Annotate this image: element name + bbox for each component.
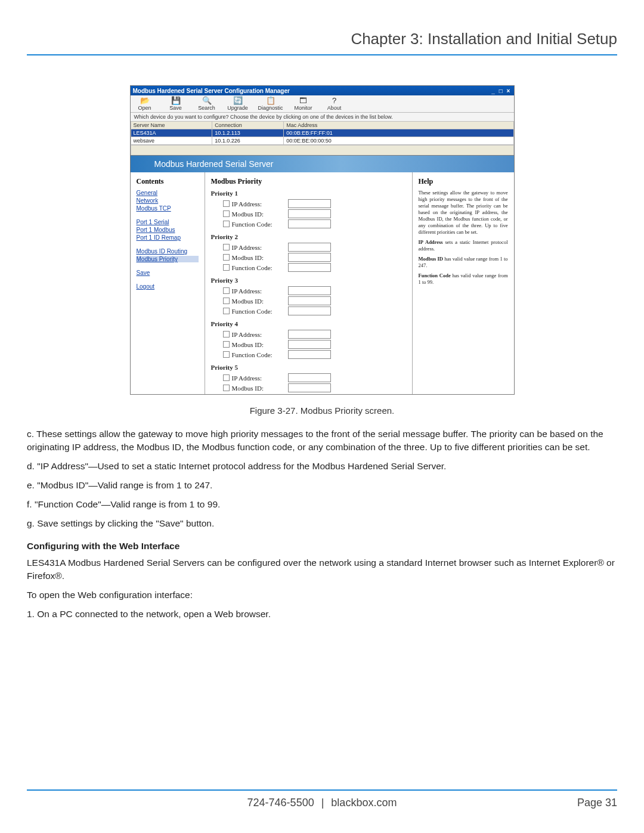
sidebar-item-modbus-priority[interactable]: Modbus Priority	[137, 256, 199, 262]
figure-caption: Figure 3-27. Modbus Priority screen.	[27, 405, 617, 416]
minimize-icon[interactable]: _	[490, 88, 496, 94]
text-input[interactable]	[288, 243, 331, 252]
checkbox[interactable]	[223, 385, 230, 391]
contents-panel: Contents GeneralNetworkModbus TCPPort 1 …	[131, 172, 205, 394]
cell-mac: 00:0E:BE:00:00:50	[284, 137, 513, 145]
sidebar-item-modbus-id-routing[interactable]: Modbus ID Routing	[137, 248, 199, 255]
field-row: IP Address:	[223, 330, 406, 339]
priority-label: Priority 1	[211, 190, 406, 197]
toolbar-about[interactable]: ?About	[324, 97, 345, 111]
toolbar-diagnostic[interactable]: 📋Diagnostic	[258, 97, 283, 111]
checkbox[interactable]	[223, 221, 230, 227]
checkbox[interactable]	[223, 394, 230, 395]
toolbar-search[interactable]: 🔍Search	[196, 97, 218, 111]
device-table: Server NameConnectionMac Address LES431A…	[131, 121, 514, 145]
text-input[interactable]	[288, 373, 331, 382]
field-row: Modbus ID:	[223, 209, 406, 218]
checkbox[interactable]	[223, 298, 230, 304]
sidebar-item-save[interactable]: Save	[137, 270, 199, 276]
field-label: Function Code:	[232, 221, 286, 228]
text-input[interactable]	[288, 383, 331, 392]
field-row: Function Code:	[223, 263, 406, 272]
checkbox[interactable]	[223, 374, 230, 381]
checkbox[interactable]	[223, 351, 230, 358]
embedded-banner: Modbus Hardened Serial Server	[131, 156, 514, 172]
open-icon: 📂	[140, 97, 150, 105]
sidebar-item-modbus-tcp[interactable]: Modbus TCP	[137, 205, 199, 212]
help-paragraph: IP Address sets a static Internet protoc…	[419, 239, 508, 252]
text-input[interactable]	[288, 199, 331, 208]
text-input[interactable]	[288, 253, 331, 262]
maximize-icon[interactable]: □	[498, 88, 504, 94]
text-input[interactable]	[288, 340, 331, 349]
table-row[interactable]: LES431A10.1.2.11300:0B:EB:FF:FF:01	[131, 129, 513, 137]
col-header: Mac Address	[284, 122, 513, 129]
sidebar-item-port-1-id-remap[interactable]: Port 1 ID Remap	[137, 234, 199, 241]
para-d: d. "IP Address"—Used to set a static Int…	[27, 460, 617, 473]
checkbox[interactable]	[223, 200, 230, 207]
priority-label: Priority 5	[211, 364, 406, 371]
save-icon: 💾	[171, 97, 181, 105]
checkbox[interactable]	[223, 287, 230, 294]
field-row: Modbus ID:	[223, 340, 406, 349]
sidebar-item-port-1-serial[interactable]: Port 1 Serial	[137, 219, 199, 225]
field-label: IP Address:	[232, 331, 286, 338]
chapter-title: Chapter 3: Installation and Initial Setu…	[27, 30, 617, 55]
para-c: c. These settings allow the gateway to m…	[27, 428, 617, 454]
subheading: Configuring with the Web Interface	[27, 541, 617, 552]
field-row: Modbus ID:	[223, 253, 406, 262]
diagnostic-icon: 📋	[266, 97, 275, 105]
cell-name: websave	[131, 137, 212, 145]
field-label: Function Code:	[232, 264, 286, 271]
contents-heading: Contents	[137, 177, 199, 186]
checkbox[interactable]	[223, 244, 230, 250]
field-row: IP Address:	[223, 286, 406, 295]
help-paragraph: These settings allow the gateway to move…	[419, 190, 508, 236]
field-label: IP Address:	[232, 200, 286, 208]
text-input[interactable]	[288, 209, 331, 218]
toolbar-label: Open	[138, 105, 151, 111]
checkbox[interactable]	[223, 308, 230, 314]
checkbox[interactable]	[223, 210, 230, 217]
text-input[interactable]	[288, 296, 331, 305]
toolbar-save[interactable]: 💾Save	[165, 97, 187, 111]
text-input[interactable]	[288, 306, 331, 315]
sidebar-item-port-1-modbus[interactable]: Port 1 Modbus	[137, 227, 199, 233]
text-input[interactable]	[288, 263, 331, 272]
field-row: Modbus ID:	[223, 383, 406, 392]
text-input[interactable]	[288, 286, 331, 295]
instruction-text: Which device do you want to configure? C…	[131, 113, 514, 121]
footer-site: blackbox.com	[331, 797, 397, 809]
toolbar-monitor[interactable]: 🗔Monitor	[293, 97, 314, 111]
close-icon[interactable]: ×	[506, 88, 512, 94]
field-row: IP Address:	[223, 199, 406, 208]
toolbar-open[interactable]: 📂Open	[134, 97, 156, 111]
checkbox[interactable]	[223, 341, 230, 348]
sidebar-item-logout[interactable]: Logout	[137, 283, 199, 290]
main-heading: Modbus Priority	[211, 177, 406, 186]
field-label: Modbus ID:	[232, 210, 286, 218]
field-row: Function Code:	[223, 219, 406, 228]
checkbox[interactable]	[223, 331, 230, 337]
sidebar-item-general[interactable]: General	[137, 190, 199, 196]
cell-conn: 10.1.0.226	[212, 137, 284, 145]
footer-sep: |	[321, 797, 324, 809]
table-row[interactable]: websave10.1.0.22600:0E:BE:00:00:50	[131, 137, 513, 145]
para-p3: 1. On a PC connected to the network, ope…	[27, 608, 617, 621]
about-icon: ?	[332, 97, 336, 105]
window-titlebar: Modbus Hardened Serial Server Configurat…	[131, 86, 514, 95]
checkbox[interactable]	[223, 264, 230, 271]
field-label: IP Address:	[232, 374, 286, 382]
toolbar-label: Upgrade	[227, 105, 248, 111]
sidebar-item-network[interactable]: Network	[137, 197, 199, 204]
field-label: Function Code:	[232, 351, 286, 358]
help-paragraph: Modbus ID has valid value range from 1 t…	[419, 256, 508, 269]
text-input[interactable]	[288, 330, 331, 339]
toolbar-upgrade[interactable]: 🔄Upgrade	[227, 97, 249, 111]
page-footer: 724-746-5500 | blackbox.com Page 31	[27, 789, 617, 809]
text-input[interactable]	[288, 350, 331, 359]
cell-conn: 10.1.2.113	[212, 129, 284, 137]
text-input[interactable]	[288, 219, 331, 228]
para-g: g. Save settings by clicking the "Save" …	[27, 517, 617, 530]
checkbox[interactable]	[223, 254, 230, 261]
